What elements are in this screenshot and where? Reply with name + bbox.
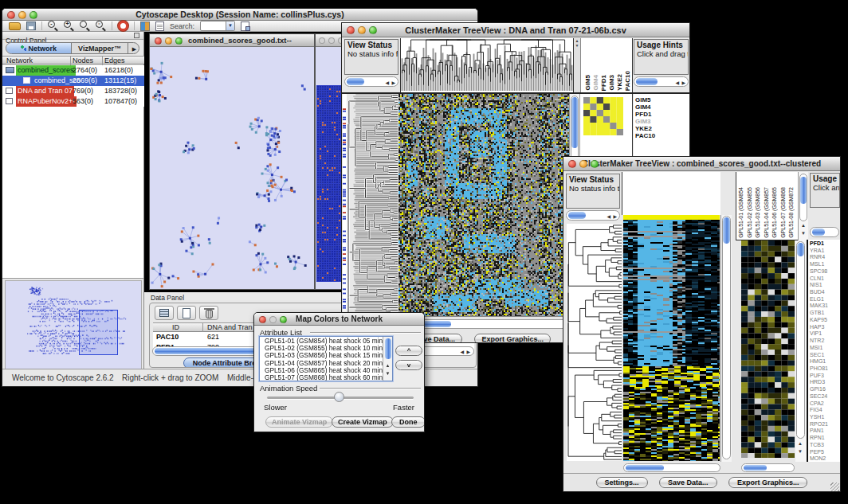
dialog-titlebar[interactable]: Map Colors to Network <box>254 313 424 326</box>
tv1-column-dendrogram[interactable] <box>401 38 573 91</box>
tv2-labels-vscroll[interactable]: ▲ ▼ <box>798 172 808 240</box>
close-button[interactable] <box>259 316 266 323</box>
minimize-button[interactable] <box>18 11 26 19</box>
network-overview-panel[interactable] <box>5 280 142 369</box>
tv1-correlation-matrix[interactable] <box>583 97 623 135</box>
gene-label[interactable]: PHO81 <box>810 365 828 373</box>
minimize-button[interactable] <box>579 160 587 168</box>
attribute-list-vscroll[interactable]: ▲ ▼ <box>383 337 392 381</box>
close-button[interactable] <box>7 11 15 19</box>
tv2-summary-hscroll[interactable] <box>741 463 795 472</box>
tv1-mini-scroll-col[interactable]: ▲▼ <box>574 38 581 92</box>
resize-grip[interactable] <box>830 483 839 491</box>
main-titlebar[interactable]: Cytoscape Desktop (Session Name: collins… <box>2 9 477 21</box>
attribute-list-item[interactable]: GPL51-07 (GSM868) heat shock 60 min <box>262 374 383 381</box>
gene-label[interactable]: GIM4 <box>635 104 655 111</box>
gene-label[interactable]: FIG4 <box>810 407 828 414</box>
tv1-usage-hscroll[interactable]: ◀▶ <box>634 76 689 87</box>
network-row[interactable]: RNAPuberNov2+! 563(0) 107847(0) <box>2 96 144 107</box>
zoom-button[interactable] <box>591 160 599 168</box>
gene-label[interactable]: HAP3 <box>810 324 828 331</box>
gene-label[interactable]: ELG1 <box>810 296 828 303</box>
doc-settings-icon[interactable] <box>241 21 249 31</box>
export-graphics-button[interactable]: Export Graphics... <box>474 334 551 343</box>
gene-label[interactable]: PFD1 <box>635 111 655 118</box>
tv2-summary-heatmap[interactable] <box>741 240 795 458</box>
network-row[interactable]: combined_scores 2764(0) 16218(0) <box>2 65 144 76</box>
gene-label[interactable]: GTB1 <box>810 310 828 317</box>
save-icon[interactable] <box>26 21 36 30</box>
gene-label[interactable]: YSH1 <box>810 414 828 421</box>
gene-label[interactable]: MSI1 <box>810 345 828 352</box>
new-attribute-button[interactable] <box>177 306 196 320</box>
vizmapper-icon[interactable] <box>140 21 150 31</box>
gene-label[interactable]: PEP5 <box>810 449 828 456</box>
gene-label[interactable]: RNR4 <box>810 254 828 261</box>
tab-vizmapper[interactable]: VizMapper™ <box>72 43 128 54</box>
network-view-1-canvas[interactable] <box>150 47 314 289</box>
gene-label[interactable]: MSL1 <box>810 261 828 268</box>
gene-label[interactable]: PAC10 <box>635 132 655 139</box>
gene-label[interactable]: CPA2 <box>810 400 828 408</box>
gene-label[interactable]: TCB3 <box>810 442 828 449</box>
tv1-view-status-hscroll[interactable]: ◀▶ <box>344 76 398 87</box>
zoom-button[interactable] <box>369 26 377 34</box>
open-folder-icon[interactable] <box>9 22 21 30</box>
float-panel-icon[interactable] <box>134 33 139 38</box>
gene-label[interactable]: MON2 <box>810 455 828 463</box>
gene-label[interactable]: YRA1 <box>810 248 828 255</box>
table-view-button[interactable] <box>155 306 174 320</box>
close-button[interactable] <box>155 37 162 45</box>
tv1-row-dendrogram[interactable] <box>347 94 398 316</box>
close-button[interactable] <box>347 26 355 34</box>
treeview2-titlebar[interactable]: ClusterMaker TreeView : combined_scores_… <box>563 157 840 171</box>
slider-thumb[interactable] <box>334 392 344 402</box>
save-data-button[interactable]: Save Data... <box>659 477 717 488</box>
search-input[interactable]: ▼ <box>200 21 235 31</box>
create-vizmap-button[interactable]: Create Vizmap <box>332 416 394 428</box>
tv2-row-dendrogram[interactable] <box>567 224 622 461</box>
tv2-heatmap[interactable] <box>623 215 720 461</box>
tv2-genes-vscroll[interactable]: ▲ ▼ <box>795 240 807 462</box>
help-lifesaver-icon[interactable] <box>118 21 128 31</box>
treeview1-titlebar[interactable]: ClusterMaker TreeView : DNA and Tran 07-… <box>342 23 689 37</box>
network-row[interactable]: combined_sco 2569(6) 13112(15) <box>2 76 144 86</box>
minimize-button[interactable] <box>165 37 172 45</box>
gene-label[interactable]: PUF3 <box>810 373 828 380</box>
gene-label[interactable]: GIM5 <box>635 96 655 104</box>
gene-label[interactable]: KAP95 <box>810 317 828 324</box>
animate-vizmap-button[interactable]: Animate Vizmap <box>265 416 333 428</box>
tv2-heatmap-vscroll[interactable] <box>720 215 732 462</box>
gene-label[interactable]: CLN1 <box>810 275 828 283</box>
gene-label[interactable]: GPI16 <box>810 386 828 393</box>
tv2-heatmap-hscroll[interactable] <box>623 463 720 472</box>
zoom-button[interactable] <box>280 316 287 323</box>
gene-label[interactable]: YKE2 <box>635 125 655 132</box>
close-button[interactable] <box>568 160 576 168</box>
tab-network[interactable]: Network <box>6 43 72 54</box>
tv2-view-status-hscroll[interactable]: ◀▶ <box>566 210 620 221</box>
gene-label[interactable]: HMG1 <box>810 358 828 365</box>
gene-label[interactable]: NTR2 <box>810 338 828 345</box>
gene-label[interactable]: SEC24 <box>810 393 828 400</box>
tv2-usage-hscroll[interactable] <box>810 227 839 237</box>
move-up-button[interactable]: ^ <box>395 346 422 356</box>
minimize-button[interactable] <box>269 316 277 323</box>
gene-label[interactable]: BUD4 <box>810 289 828 296</box>
gene-label[interactable]: VIP1 <box>810 330 828 338</box>
network-view-1-titlebar[interactable]: combined_scores_good.txt--cluste... <box>150 34 314 47</box>
minimize-button[interactable] <box>328 37 335 44</box>
gene-label[interactable]: HRD3 <box>810 379 828 386</box>
settings-button[interactable]: Settings... <box>596 477 648 488</box>
zoom-in-icon[interactable]: + <box>64 21 74 31</box>
gene-label[interactable]: MAK31 <box>810 303 828 310</box>
zoom-button[interactable] <box>175 37 183 45</box>
annotation-icon[interactable] <box>155 21 164 31</box>
gene-label[interactable]: RPN1 <box>810 435 828 442</box>
move-down-button[interactable]: v <box>395 360 422 370</box>
gene-label[interactable]: GIM3 <box>635 118 655 125</box>
gene-label[interactable]: PAN1 <box>810 428 828 435</box>
export-graphics-button[interactable]: Export Graphics... <box>728 477 808 488</box>
zoom-fit-icon[interactable]: ▫ <box>96 21 106 31</box>
tv1-heatmap[interactable] <box>398 94 569 316</box>
